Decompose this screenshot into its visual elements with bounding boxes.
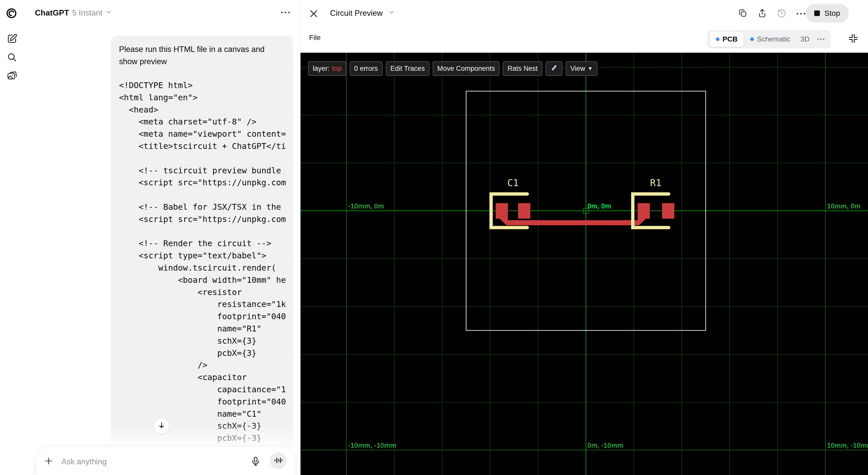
stop-button[interactable]: Stop (806, 4, 849, 23)
stop-square-icon (814, 10, 820, 16)
search-chats-button[interactable] (6, 52, 18, 64)
view-tabs: PCB Schematic 3D ••• (707, 30, 831, 48)
voice-mode-button[interactable] (270, 452, 287, 469)
search-icon (7, 52, 17, 64)
grid-lines (301, 53, 868, 475)
chatgpt-logo-icon[interactable] (5, 7, 18, 20)
pcb-canvas[interactable]: C1 R1 -10mm, 0m 0m, 0m 10mm, 0m -10mm, -… (301, 53, 868, 475)
grid-label-center-bottom: 0m, -10mm (587, 442, 623, 449)
grid-label-left-mid: -10mm, 0m (348, 202, 384, 210)
new-chat-button[interactable] (6, 33, 18, 45)
c1-pad-2[interactable] (518, 203, 530, 219)
tabs-more-button[interactable]: ••• (815, 36, 828, 42)
move-components-button[interactable]: Move Components (433, 61, 500, 76)
tab-3d-label: 3D (801, 35, 810, 43)
tab-schematic[interactable]: Schematic (745, 30, 795, 48)
attach-plus-icon[interactable] (44, 456, 53, 467)
user-message-code: <!DOCTYPE html> <html lang="en"> <head> … (119, 79, 292, 453)
pencil-icon (550, 64, 558, 73)
chat-panel: ChatGPT 5 Instant Please run this HTML f… (24, 0, 300, 475)
pcb-toolbar: layer: top 0 errors Edit Traces Move Com… (308, 61, 597, 76)
r1-refdes-label: R1 (650, 177, 661, 189)
chatgpt-brand-label: ChatGPT (35, 8, 69, 18)
close-icon (309, 15, 319, 20)
user-message-text: Please run this HTML file in a canvas an… (119, 43, 272, 68)
errors-button[interactable]: 0 errors (350, 61, 382, 76)
composer-input[interactable]: Ask anything (61, 457, 107, 466)
grid-label-right-mid: 10mm, 0m (827, 202, 861, 210)
r1-pad-1[interactable] (638, 203, 650, 219)
model-name-label: 5 Instant (72, 8, 102, 18)
collapse-arrows-icon (848, 40, 859, 44)
conversation-more-button[interactable] (281, 12, 290, 13)
exit-fullscreen-button[interactable] (848, 33, 859, 45)
library-button[interactable] (6, 70, 18, 82)
chevron-down-icon (389, 9, 395, 18)
canvas-more-button[interactable] (795, 8, 807, 19)
model-selector[interactable]: ChatGPT 5 Instant (35, 8, 112, 18)
sidebar (0, 0, 24, 475)
tab-schematic-label: Schematic (757, 35, 790, 43)
view-label: View (570, 65, 585, 73)
version-history-button[interactable] (776, 8, 787, 19)
canvas-title-menu[interactable]: Circuit Preview (330, 9, 395, 18)
tab-pcb[interactable]: PCB (710, 32, 744, 47)
c1-refdes-label: C1 (507, 177, 519, 189)
tab-3d[interactable]: 3D (797, 30, 813, 48)
edit-traces-button[interactable]: Edit Traces (386, 61, 429, 76)
schematic-dot-icon (750, 37, 754, 41)
close-canvas-button[interactable] (309, 9, 319, 20)
composer[interactable]: Ask anything (36, 446, 296, 475)
share-icon (757, 8, 767, 19)
component-c1[interactable]: C1 (491, 177, 530, 228)
caret-down-icon: ▼ (588, 66, 593, 71)
pcb-scene: C1 R1 -10mm, 0m 0m, 0m 10mm, 0m -10mm, -… (301, 53, 868, 475)
images-library-icon (7, 70, 17, 82)
canvas-title: Circuit Preview (330, 9, 383, 18)
ellipsis-icon (797, 13, 805, 14)
rats-nest-button[interactable]: Rats Nest (503, 61, 542, 76)
view-dropdown-button[interactable]: View ▼ (566, 61, 597, 76)
app-window: ChatGPT 5 Instant Please run this HTML f… (0, 0, 868, 475)
copy-button[interactable] (737, 8, 748, 19)
stop-label: Stop (825, 9, 840, 18)
edit-pencil-button[interactable] (546, 61, 562, 76)
file-menu[interactable]: File (309, 34, 320, 42)
chat-header: ChatGPT 5 Instant (24, 0, 300, 27)
grid-label-right-bottom: 10mm, -10mm (827, 442, 868, 449)
share-button[interactable] (756, 8, 768, 19)
arrow-down-icon (158, 421, 165, 430)
tab-pcb-label: PCB (722, 35, 738, 43)
canvas-panel: Circuit Preview (300, 0, 868, 475)
history-clock-icon (777, 8, 786, 19)
waveform-icon (274, 455, 283, 466)
r1-pad-2[interactable] (662, 203, 674, 219)
layer-button[interactable]: layer: top (308, 61, 346, 76)
layer-value: top (332, 65, 342, 73)
user-message-bubble: Please run this HTML file in a canvas an… (111, 36, 293, 453)
c1-pad-1[interactable] (496, 203, 508, 219)
compose-icon (7, 33, 17, 45)
microphone-icon[interactable] (250, 456, 261, 467)
chevron-down-icon (105, 8, 112, 18)
scroll-to-bottom-button[interactable] (154, 418, 169, 434)
copy-icon (738, 8, 748, 19)
grid-label-left-bottom: -10mm, -10mm (348, 442, 396, 449)
pcb-dot-icon (716, 37, 719, 41)
grid-label-origin: 0m, 0m (587, 202, 611, 210)
layer-label: layer: (313, 65, 330, 73)
